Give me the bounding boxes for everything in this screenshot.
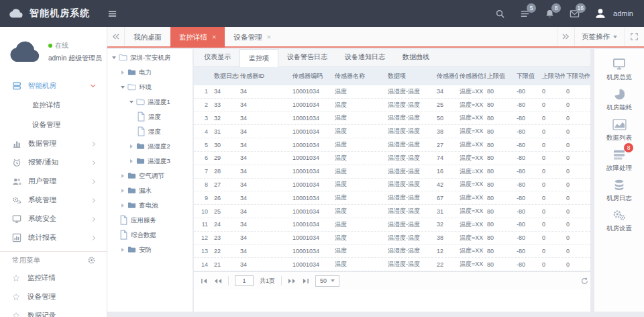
content-tab[interactable]: 数据曲线	[394, 49, 438, 66]
favorite-item[interactable]: 数据记录	[0, 306, 107, 317]
tree-node[interactable]: 蓄电池	[107, 198, 193, 213]
column-header[interactable]: 传感器信息	[458, 72, 486, 81]
column-header[interactable]: 上限值	[486, 72, 515, 81]
column-header[interactable]: 传感器值	[435, 72, 458, 81]
tree-node[interactable]: 温湿度3	[107, 154, 193, 169]
tree-node[interactable]: 环境	[107, 80, 193, 95]
fullscreen-icon[interactable]	[624, 27, 644, 46]
content-tab[interactable]: 设备通知日志	[336, 49, 394, 66]
table-row[interactable]: 9263410001034温度温湿度-温度67温度=XX80-8000	[194, 191, 590, 205]
table-row[interactable]: 2333410001034温度温湿度-温度25温度=XX80-8000	[194, 99, 590, 112]
bell-icon[interactable]: 8	[545, 9, 555, 19]
content-tab[interactable]: 监控项	[239, 49, 278, 67]
tree-node[interactable]: 湿度	[107, 124, 193, 139]
sidebar-item-data-manage[interactable]: 数据管理	[0, 134, 107, 153]
column-header[interactable]: 数据日志ID	[213, 72, 239, 81]
tree-node[interactable]: 温湿度2	[107, 139, 193, 154]
sidebar-item-user-manage[interactable]: 用户管理	[0, 172, 107, 191]
table-cell: 22	[435, 261, 458, 268]
tree-collapsed-icon[interactable]	[127, 159, 136, 163]
tree-collapsed-icon[interactable]	[119, 174, 127, 178]
tabs-scroll-right-icon[interactable]	[557, 27, 574, 46]
table-cell: 4	[194, 128, 213, 135]
rail-item-monitor[interactable]: 机房总览	[594, 56, 644, 86]
tree-expanded-icon[interactable]	[119, 86, 127, 89]
column-header[interactable]: 传感器名称	[333, 72, 386, 81]
tree-node[interactable]: 应用服务	[107, 213, 193, 228]
table-row[interactable]: 12233410001034温度温湿度-温度38温度=XX80-8000	[194, 232, 590, 245]
rail-item-pie[interactable]: 机房能耗	[594, 86, 644, 116]
first-page-icon[interactable]	[201, 278, 208, 284]
content-tab[interactable]: 仪表显示	[195, 49, 239, 66]
content-tab[interactable]: 设备警告日志	[278, 49, 336, 66]
sidebar-item-stat-report[interactable]: 统计报表	[0, 228, 107, 247]
favorites-settings-icon[interactable]	[87, 256, 96, 265]
column-header[interactable]: 数据项	[386, 72, 435, 81]
tree-collapsed-icon[interactable]	[119, 71, 127, 75]
sidebar-item-system-security[interactable]: 系统安全	[0, 210, 107, 228]
search-icon[interactable]	[495, 9, 505, 19]
sidebar-toggle-icon[interactable]	[107, 9, 117, 19]
tree-expanded-icon[interactable]	[110, 56, 118, 59]
close-tab-icon[interactable]: ×	[266, 34, 270, 41]
page-number-input[interactable]	[235, 275, 254, 286]
table-cell: 10001034	[291, 248, 333, 255]
tab-actions-dropdown[interactable]: 页签操作	[574, 27, 624, 46]
tree-node[interactable]: 漏水	[107, 183, 193, 198]
table-row[interactable]: 3323410001034温度温湿度-温度50温度=XX80-8000	[194, 112, 590, 126]
column-header[interactable]: 传感器编码	[291, 72, 333, 81]
tabs-scroll-left-icon[interactable]	[107, 27, 125, 46]
tree-node[interactable]: 电力	[107, 65, 193, 80]
tree-node[interactable]: 空气调节	[107, 169, 193, 183]
rail-item-tasklist[interactable]: 8故障处理	[594, 146, 644, 177]
tree-node[interactable]: 温度	[107, 109, 193, 124]
tree-collapsed-icon[interactable]	[127, 144, 136, 148]
column-header[interactable]: 下限动作	[565, 72, 590, 81]
tree-collapsed-icon[interactable]	[119, 248, 127, 252]
sidebar-subitem[interactable]: 监控详情	[0, 95, 107, 115]
page-size-select[interactable]: 50	[315, 275, 339, 287]
column-header[interactable]: 传感器ID	[239, 72, 291, 81]
sidebar-item-system-manage[interactable]: 系统管理	[0, 191, 107, 210]
page-tab[interactable]: 设备管理×	[225, 27, 279, 48]
tree-expanded-icon[interactable]	[127, 101, 136, 103]
table-row[interactable]: 1343410001034温度温湿度-温度34温度=XX80-8000	[194, 85, 590, 99]
tree-node[interactable]: 安防	[107, 242, 193, 257]
table-row[interactable]: 7283410001034温度温湿度-温度16温度=XX80-8000	[194, 165, 590, 179]
rail-item-database[interactable]: 机房日志	[594, 177, 644, 207]
prev-page-icon[interactable]	[214, 278, 222, 284]
username[interactable]: admin	[613, 9, 633, 17]
page-tab[interactable]: 我的桌面	[125, 27, 170, 48]
last-page-icon[interactable]	[302, 278, 309, 284]
table-row[interactable]: 4313410001034温度温湿度-温度38温度=XX80-8000	[194, 125, 590, 138]
rail-item-area[interactable]: 数据列表	[594, 116, 644, 146]
avatar[interactable]	[594, 7, 606, 19]
grid-refresh-icon[interactable]	[581, 277, 588, 285]
table-row[interactable]: 8273410001034温度温湿度-温度42温度=XX80-8000	[194, 179, 590, 192]
table-row[interactable]: 14213410001034温度温湿度-温度22温度=XX80-8000	[194, 258, 590, 271]
table-row[interactable]: 6293410001034温度温湿度-温度74温度=XX80-8000	[194, 152, 590, 165]
tree-node[interactable]: 温湿度1	[107, 95, 193, 109]
table-row[interactable]: 10253410001034温度温湿度-温度31温度=XX80-8000	[194, 205, 590, 218]
left-sidebar: 在线 admin 超级管理员 智能机房监控详情设备管理数据管理报警/通知用户管理…	[0, 27, 107, 317]
favorite-item[interactable]: 设备管理	[0, 287, 107, 306]
tasks-icon[interactable]: 5	[520, 9, 530, 19]
tree-node[interactable]: 深圳-宝安机房	[107, 50, 193, 65]
rail-item-gears[interactable]: 机房设置	[594, 207, 644, 237]
sidebar-subitem[interactable]: 设备管理	[0, 115, 107, 134]
table-row[interactable]: 13223410001034温度温湿度-温度12温度=XX80-8000	[194, 245, 590, 259]
table-row[interactable]: 5303410001034温度温湿度-温度27温度=XX80-8000	[194, 138, 590, 152]
column-header[interactable]: 下限值	[515, 72, 541, 81]
mail-icon[interactable]: 16	[570, 9, 580, 19]
tree-collapsed-icon[interactable]	[119, 203, 127, 208]
next-page-icon[interactable]	[288, 278, 296, 284]
favorite-item[interactable]: 监控详情	[0, 269, 107, 287]
column-header[interactable]: 上限动作	[541, 72, 565, 81]
tree-node[interactable]: 综合数据	[107, 228, 193, 242]
sidebar-item-alarm-notify[interactable]: 报警/通知	[0, 153, 107, 172]
sidebar-item-smart-room[interactable]: 智能机房	[0, 77, 107, 95]
table-row[interactable]: 11243410001034温度温湿度-温度32温度=XX80-8000	[194, 218, 590, 232]
tree-collapsed-icon[interactable]	[119, 189, 127, 193]
close-tab-icon[interactable]: ×	[212, 34, 216, 41]
page-tab[interactable]: 监控详情×	[170, 27, 225, 48]
